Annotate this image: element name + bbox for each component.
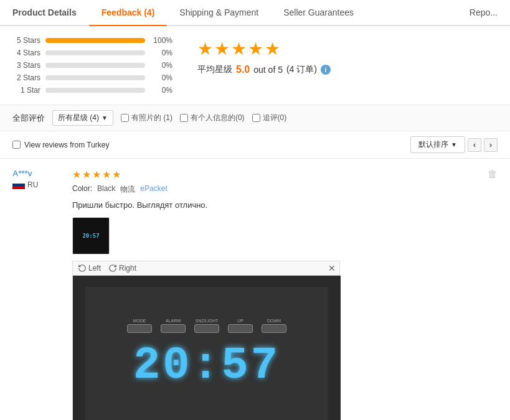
with-photos-label: 有照片的 (1) bbox=[131, 113, 172, 123]
turkey-checkbox[interactable] bbox=[12, 141, 21, 149]
popup-controls: Left Right ✕ bbox=[73, 261, 339, 276]
star-label-2: 2 Stars bbox=[12, 73, 40, 82]
with-photos-checkbox[interactable] bbox=[121, 114, 129, 122]
clock-btn-snz: SNZ/LIGHT bbox=[194, 319, 219, 333]
star-label-4: 4 Stars bbox=[12, 49, 40, 57]
reviewer-name: A***v bbox=[12, 169, 32, 178]
review-left: A***v RU bbox=[12, 169, 62, 420]
all-stars-dropdown[interactable]: 所有星级 (4) ▼ bbox=[52, 110, 113, 126]
review-star-4: ★ bbox=[102, 169, 111, 180]
tab-product-details[interactable]: Product Details bbox=[0, 0, 89, 26]
tab-seller-guarantees[interactable]: Seller Guarantees bbox=[271, 0, 366, 26]
rating-score: 5.0 bbox=[236, 64, 250, 75]
country-flag: RU bbox=[12, 180, 38, 189]
rotate-right-icon bbox=[108, 264, 117, 273]
review-delete-icon[interactable]: 🗑 bbox=[488, 169, 498, 179]
average-label: 平均星级 bbox=[197, 64, 232, 75]
color-label: Color: bbox=[72, 184, 92, 195]
thumb-time: 20:57 bbox=[82, 233, 99, 239]
bar-pct-1: 0% bbox=[150, 86, 172, 95]
clock-btn-alarm: ALARM bbox=[161, 319, 186, 333]
personal-info-checkbox[interactable] bbox=[180, 114, 188, 122]
turkey-label: View reviews from Turkey bbox=[24, 141, 109, 149]
review-stars: ★ ★ ★ ★ ★ bbox=[72, 169, 478, 180]
turkey-filter[interactable]: View reviews from Turkey bbox=[12, 141, 109, 149]
popup-image: MODE ALARM SNZ/LIGHT UP bbox=[73, 276, 341, 420]
review-actions: 🗑 bbox=[488, 169, 498, 420]
clock-time-display: 20:57 bbox=[133, 340, 280, 391]
shipping-label: 物流 bbox=[120, 184, 135, 195]
bar-track-2 bbox=[45, 75, 145, 80]
bar-fill-5 bbox=[45, 38, 145, 43]
followup-filter[interactable]: 追评(0) bbox=[252, 113, 287, 123]
clock-btn-mode: MODE bbox=[127, 319, 152, 333]
review-thumbnail[interactable]: 20:57 bbox=[72, 217, 110, 254]
star-icon-1: ★ bbox=[197, 39, 213, 59]
clock-body: MODE ALARM SNZ/LIGHT UP bbox=[85, 287, 328, 420]
shipping-value: ePacket bbox=[140, 184, 167, 195]
image-popup: Left Right ✕ MODE ALARM bbox=[72, 261, 340, 420]
prev-page-button[interactable]: ‹ bbox=[468, 138, 481, 152]
out-of-label: out of 5 bbox=[253, 65, 283, 75]
star-row-4: 4 Stars 0% bbox=[12, 49, 172, 57]
rotate-left-button[interactable]: Left bbox=[78, 264, 101, 273]
star-label-5: 5 Stars bbox=[12, 36, 40, 45]
review-star-2: ★ bbox=[82, 169, 91, 180]
bar-pct-2: 0% bbox=[150, 73, 172, 82]
country-code: RU bbox=[27, 180, 38, 189]
star-row-5: 5 Stars 100% bbox=[12, 36, 172, 45]
review-star-3: ★ bbox=[92, 169, 101, 180]
bar-pct-4: 0% bbox=[150, 49, 172, 57]
sort-button[interactable]: 默认排序 ▼ bbox=[410, 136, 465, 153]
overall-star-icons: ★ ★ ★ ★ ★ bbox=[197, 39, 280, 59]
rating-text: 平均星级 5.0 out of 5 (4 订单) i bbox=[197, 64, 331, 75]
all-reviews-label: 全部评价 bbox=[12, 113, 45, 124]
review-meta: Color: Black 物流 ePacket bbox=[72, 184, 478, 195]
rotate-right-button[interactable]: Right bbox=[108, 264, 136, 273]
bar-pct-5: 100% bbox=[150, 36, 172, 45]
review-right: ★ ★ ★ ★ ★ Color: Black 物流 ePacket Пришли… bbox=[72, 169, 478, 420]
next-page-button[interactable]: › bbox=[484, 138, 498, 152]
options-bar: View reviews from Turkey 默认排序 ▼ ‹ › bbox=[0, 131, 510, 159]
clock-btn-down: DOWN bbox=[262, 319, 286, 333]
star-icon-5: ★ bbox=[265, 39, 280, 59]
rotate-left-icon bbox=[78, 264, 87, 273]
followup-label: 追评(0) bbox=[263, 113, 287, 123]
flag-ru-icon bbox=[12, 180, 25, 189]
sort-arrow-icon: ▼ bbox=[451, 141, 457, 148]
star-row-2: 2 Stars 0% bbox=[12, 73, 172, 82]
left-label: Left bbox=[88, 264, 101, 273]
right-controls: 默认排序 ▼ ‹ › bbox=[410, 136, 498, 153]
stars-bars: 5 Stars 100% 4 Stars 0% 3 Stars 0% 2 Sta… bbox=[12, 36, 172, 95]
right-label: Right bbox=[119, 264, 136, 273]
with-photos-filter[interactable]: 有照片的 (1) bbox=[121, 113, 172, 123]
dropdown-arrow-icon: ▼ bbox=[102, 114, 108, 121]
review-star-5: ★ bbox=[112, 169, 121, 180]
tab-bar: Product Details Feedback (4) Shipping & … bbox=[0, 0, 510, 26]
overall-rating: ★ ★ ★ ★ ★ 平均星级 5.0 out of 5 (4 订单) i bbox=[197, 36, 331, 75]
clock-btn-up: UP bbox=[228, 319, 253, 333]
bar-track-4 bbox=[45, 50, 145, 55]
star-label-3: 3 Stars bbox=[12, 61, 40, 70]
tab-feedback[interactable]: Feedback (4) bbox=[89, 0, 168, 26]
review-star-1: ★ bbox=[72, 169, 81, 180]
bar-pct-3: 0% bbox=[150, 61, 172, 70]
star-row-1: 1 Star 0% bbox=[12, 86, 172, 95]
review-count: (4 订单) bbox=[286, 64, 317, 75]
filter-bar: 全部评价 所有星级 (4) ▼ 有照片的 (1) 有个人信息的(0) 追评(0) bbox=[0, 105, 510, 131]
review-text: Пришли быстро. Выглядят отлично. bbox=[72, 200, 478, 211]
tab-report[interactable]: Repo... bbox=[457, 0, 510, 26]
personal-info-label: 有个人信息的(0) bbox=[191, 113, 245, 123]
popup-close-button[interactable]: ✕ bbox=[328, 264, 336, 273]
star-icon-2: ★ bbox=[214, 39, 230, 59]
color-value: Black bbox=[97, 184, 115, 195]
followup-checkbox[interactable] bbox=[252, 114, 260, 122]
info-icon[interactable]: i bbox=[321, 65, 331, 75]
bar-track-1 bbox=[45, 88, 145, 93]
star-icon-4: ★ bbox=[248, 39, 263, 59]
personal-info-filter[interactable]: 有个人信息的(0) bbox=[180, 113, 245, 123]
bar-track-5 bbox=[45, 38, 145, 43]
sort-label: 默认排序 bbox=[418, 139, 448, 150]
tab-shipping[interactable]: Shipping & Payment bbox=[167, 0, 271, 26]
clock-buttons: MODE ALARM SNZ/LIGHT UP bbox=[127, 319, 286, 333]
